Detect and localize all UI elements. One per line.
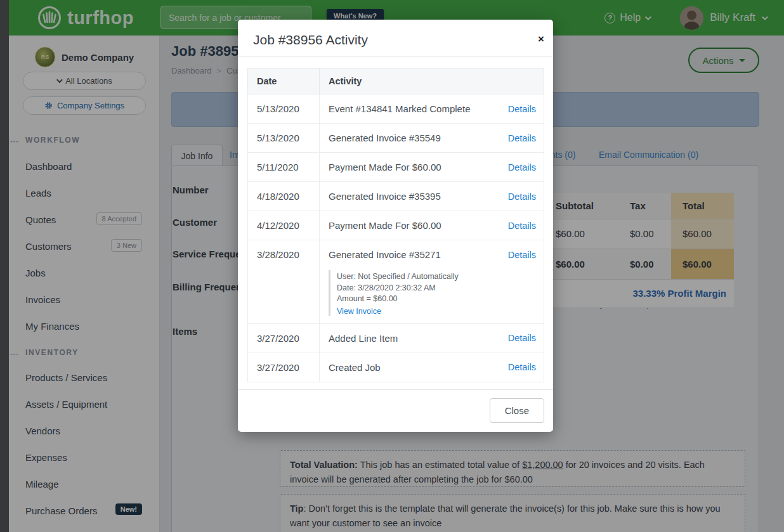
details-link[interactable]: Details (508, 221, 536, 231)
activity-details-panel: User: Not Specified / Automatically Date… (329, 270, 536, 316)
activity-row: 3/27/2020 Added Line Item Details (248, 323, 544, 353)
details-link[interactable]: Details (508, 133, 536, 143)
details-link[interactable]: Details (508, 362, 536, 372)
activity-row: 4/12/2020 Payment Made For $60.00 Detail… (248, 211, 544, 240)
details-link[interactable]: Details (508, 191, 536, 202)
modal-body: Date Activity 5/13/2020 Event #134841 Ma… (238, 57, 553, 382)
activity-header-row: Date Activity (248, 68, 544, 94)
details-link[interactable]: Details (508, 333, 536, 343)
activity-row-expanded: 3/28/2020 Generated Invoice #35271 Detai… (248, 240, 544, 324)
modal-footer: Close (238, 389, 553, 432)
details-link[interactable]: Details (508, 250, 536, 260)
details-link[interactable]: Details (508, 162, 536, 172)
activity-row: 3/27/2020 Created Job Details (248, 353, 544, 382)
activity-row: 4/18/2020 Generated Invoice #35395 Detai… (248, 182, 544, 211)
view-invoice-link[interactable]: View Invoice (337, 307, 381, 316)
activity-table: Date Activity 5/13/2020 Event #134841 Ma… (247, 68, 544, 382)
close-icon[interactable]: × (538, 35, 544, 44)
col-date: Date (248, 68, 320, 94)
activity-row: 5/11/2020 Payment Made For $60.00 Detail… (248, 153, 544, 182)
activity-row: 5/13/2020 Event #134841 Marked Complete … (248, 94, 544, 124)
details-link[interactable]: Details (508, 104, 536, 114)
activity-row: 5/13/2020 Generated Invoice #35549 Detai… (248, 124, 544, 153)
col-activity: Activity (320, 68, 544, 94)
job-activity-modal: Job #38956 Activity × Date Activity 5/13… (238, 20, 553, 432)
close-button[interactable]: Close (490, 398, 544, 423)
modal-title: Job #38956 Activity (253, 32, 538, 48)
modal-header: Job #38956 Activity × (238, 20, 553, 57)
